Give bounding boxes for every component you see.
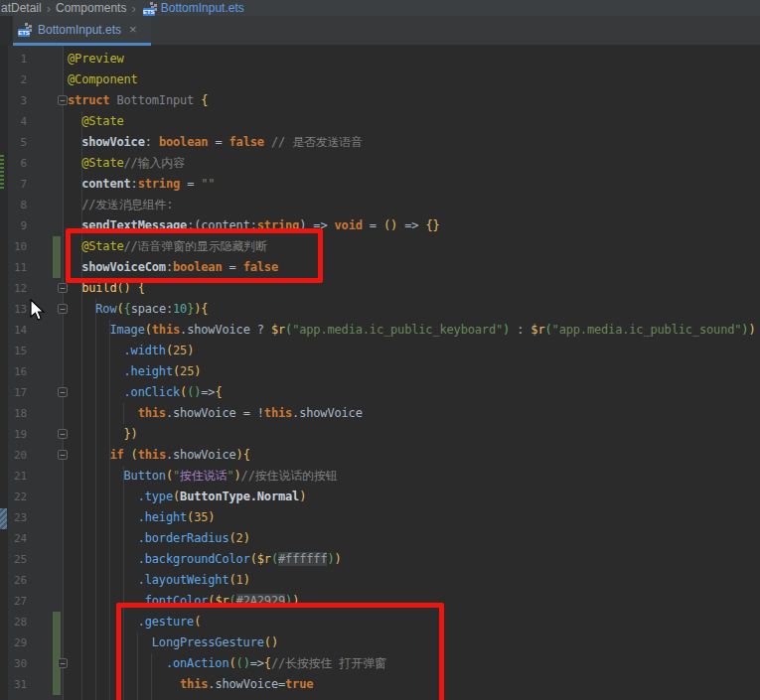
line-number: 12 [0,278,27,299]
line-number: 4 [0,111,27,132]
line-number: 15 [0,341,27,361]
breadcrumb-item-file[interactable]: BottomInput.ets [161,1,244,15]
vcs-added-marker [53,612,61,695]
ets-file-icon: ETS [143,1,158,16]
code-line: 16 .height(25) [0,361,760,382]
breadcrumb-separator-icon: › [47,1,51,16]
line-number: 8 [0,195,27,215]
code-text: .onClick(()=>{ [68,382,223,403]
line-number: 14 [0,320,27,341]
code-text: @State [68,111,124,132]
code-line: 4 @State [0,111,760,132]
code-text: content:string = "" [68,174,215,195]
line-number: 10 [0,236,27,257]
code-line: 23 .height(35) [0,507,760,528]
fold-marker-icon[interactable]: − [58,658,68,668]
code-text: this.showVoice = !this.showVoice [68,403,363,424]
code-line: 13 Row({space:10}){ [0,299,760,320]
code-text: }) [68,424,138,445]
code-line: 21 Button("按住说话")//按住说话的按钮 [0,466,760,487]
line-number: 31 [0,674,27,695]
code-text: .height(35) [68,507,215,528]
code-line: 24 .borderRadius(2) [0,528,760,549]
line-number: 22 [0,487,27,507]
line-number: 27 [0,591,27,612]
line-number: 17 [0,382,27,403]
annotation-rectangle [66,228,323,283]
line-number: 30 [0,653,27,674]
line-number: 16 [0,361,27,382]
code-line: 22 .type(ButtonType.Normal) [0,487,760,507]
line-number: 18 [0,403,27,424]
code-line: 2@Component [0,70,760,90]
code-line: 17 .onClick(()=>{ [0,382,760,403]
fold-marker-icon[interactable]: − [58,429,68,439]
line-number: 1 [0,49,27,70]
ets-file-icon: ETS [18,22,33,37]
breadcrumb: atDetail›Compoments›ETSBottomInput.ets [0,0,760,16]
fold-marker-icon[interactable]: − [58,95,68,105]
code-text: .height(25) [68,361,201,382]
fold-marker-icon[interactable]: − [58,450,68,460]
code-line: 18 this.showVoice = !this.showVoice [0,403,760,424]
line-number: 11 [0,257,27,278]
code-line: 6 @State//输入内容 [0,153,760,174]
code-line: 19 }) [0,424,760,445]
fold-marker-icon[interactable]: − [58,387,68,397]
code-line: 25 .backgroundColor($r(#ffffff)) [0,549,760,570]
code-text: @State//输入内容 [68,153,185,174]
code-line: 26 .layoutWeight(1) [0,570,760,591]
code-text: .layoutWeight(1) [68,570,250,591]
code-text: .type(ButtonType.Normal) [68,487,306,507]
line-number: 25 [0,549,27,570]
code-line: 15 .width(25) [0,341,760,361]
code-line: 3struct BottomInput { [0,90,760,111]
line-number: 19 [0,424,27,445]
gutter-edge-mark [0,155,4,189]
code-text: //发送消息组件: [68,195,173,215]
code-line: 14 Image(this.showVoice ? $r("app.media.… [0,320,760,341]
code-text: @Preview [68,49,124,70]
breadcrumb-item[interactable]: Compoments [56,1,126,15]
code-text: if (this.showVoice){ [68,445,250,466]
code-text: showVoice: boolean = false // 是否发送语音 [68,132,363,153]
tab-bar: ETS BottomInput.ets × [0,16,760,46]
code-line: 5 showVoice: boolean = false // 是否发送语音 [0,132,760,153]
line-number: 29 [0,632,27,653]
annotation-rectangle [116,603,444,700]
line-number: 5 [0,132,27,153]
tab-close-icon[interactable]: × [129,22,137,37]
tab-label: BottomInput.ets [38,23,121,37]
line-number: 9 [0,215,27,236]
tab-bottominput[interactable]: ETS BottomInput.ets × [13,16,151,46]
line-number: 6 [0,153,27,174]
line-number: 21 [0,466,27,487]
code-text: struct BottomInput { [68,90,208,111]
code-text: .borderRadius(2) [68,528,250,549]
vcs-added-marker [53,236,61,278]
fold-marker-icon[interactable]: − [58,304,68,314]
code-line: 8 //发送消息组件: [0,195,760,215]
gutter-edge-mark [0,508,7,529]
line-number: 28 [0,612,27,632]
line-number: 2 [0,70,27,90]
mouse-cursor [30,299,48,323]
line-number: 7 [0,174,27,195]
code-text: .backgroundColor($r(#ffffff)) [68,549,342,570]
code-line: 7 content:string = "" [0,174,760,195]
line-number: 26 [0,570,27,591]
line-number: 20 [0,445,27,466]
code-line: 20 if (this.showVoice){ [0,445,760,466]
line-number: 24 [0,528,27,549]
code-text: @Component [68,70,138,90]
tab-bar-left-pad [0,16,13,46]
breadcrumb-item[interactable]: atDetail [1,1,42,15]
fold-marker-icon[interactable]: − [58,283,68,293]
code-line: 1@Preview [0,49,760,70]
code-text: Image(this.showVoice ? $r("app.media.ic_… [68,320,755,341]
code-text: Button("按住说话")//按住说话的按钮 [68,466,338,487]
line-number: 3 [0,90,27,111]
code-text: Row({space:10}){ [68,299,208,320]
breadcrumb-separator-icon: › [131,1,135,16]
line-number: 13 [0,299,27,320]
